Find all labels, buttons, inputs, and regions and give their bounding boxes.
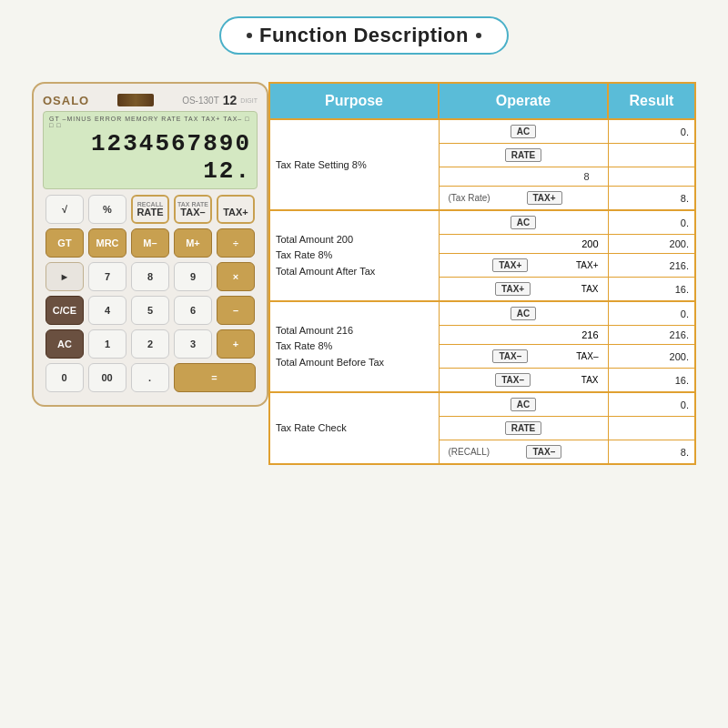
- btn-row-4: C/CE 4 5 6 –: [43, 296, 258, 325]
- result-cell: 0.: [608, 210, 695, 235]
- btn-00[interactable]: 00: [88, 363, 126, 392]
- right-dot-icon: [476, 33, 481, 38]
- operate-cell: 8: [439, 167, 608, 187]
- equals-button[interactable]: =: [174, 363, 256, 392]
- btn-row-1: √ % RECALL RATE TAX RATE TAX–: [43, 195, 258, 224]
- gt-button[interactable]: GT: [46, 228, 84, 258]
- col-operate: Operate: [439, 83, 608, 119]
- operate-cell: 200: [439, 235, 608, 254]
- operate-cell: TAX–TAX: [439, 369, 608, 393]
- op-btn-ac: AC: [511, 125, 536, 138]
- op-btn-ac3: AC: [511, 307, 536, 320]
- btn-row-2: GT MRC M– M+ ÷: [43, 228, 258, 258]
- col-result: Result: [608, 83, 695, 119]
- rate-button[interactable]: RECALL RATE: [131, 195, 169, 224]
- operate-cell: AC: [439, 210, 608, 235]
- op-btn-ac2: AC: [511, 216, 536, 229]
- op-btn-ac4: AC: [511, 398, 536, 411]
- op-btn-taxminus2: TAX–: [495, 373, 531, 387]
- operate-cell: AC: [439, 392, 608, 417]
- btn-1[interactable]: 1: [88, 329, 126, 359]
- table-row: Tax Rate Check AC 0.: [269, 392, 695, 417]
- ac-button[interactable]: AC: [46, 329, 84, 359]
- btn-row-6: 0 00 . =: [43, 363, 258, 392]
- operate-cell: RATE: [439, 144, 608, 167]
- mrc-button[interactable]: MRC: [88, 228, 126, 258]
- op-btn-taxminus1: TAX–: [492, 349, 528, 363]
- result-cell: 16.: [608, 369, 695, 393]
- op-btn-taxplus3: TAX+: [495, 282, 531, 296]
- purpose-tax-check: Tax Rate Check: [269, 392, 439, 464]
- table-row: Total Amount 200Tax Rate 8%Total Amount …: [269, 210, 695, 235]
- btn-2[interactable]: 2: [131, 329, 169, 359]
- op-btn-rate: RATE: [505, 148, 541, 162]
- operate-cell: TAX–TAX–: [439, 345, 608, 369]
- percent-button[interactable]: %: [88, 195, 126, 224]
- calculator: OSALO OS-130T 12 DIGIT GT –MINUS ERROR M…: [32, 82, 268, 407]
- purpose-tax-rate: Tax Rate Setting 8%: [269, 119, 439, 210]
- result-cell: 216.: [608, 254, 695, 278]
- result-cell: 0.: [608, 119, 695, 144]
- operate-cell: (Tax Rate)TAX+: [439, 187, 608, 211]
- operate-cell: TAX+TAX: [439, 278, 608, 302]
- title-section: Function Description: [219, 16, 509, 55]
- operate-cell: AC: [439, 119, 608, 144]
- btn-4[interactable]: 4: [88, 296, 126, 325]
- btn-6[interactable]: 6: [174, 296, 212, 325]
- result-cell: 8.: [608, 187, 695, 211]
- op-btn-taxminus3: TAX–: [526, 445, 561, 459]
- btn-row-3: ► 7 8 9 ×: [43, 262, 258, 291]
- btn-5[interactable]: 5: [131, 296, 169, 325]
- btn-row-5: AC 1 2 3 +: [43, 329, 258, 359]
- m-minus-button[interactable]: M–: [131, 228, 169, 258]
- function-table-wrapper: Purpose Operate Result Tax Rate Setting …: [268, 82, 696, 465]
- result-cell: [608, 167, 695, 187]
- result-cell: 200.: [608, 345, 695, 369]
- op-btn-taxplus: TAX+: [527, 191, 562, 205]
- divide-button[interactable]: ÷: [217, 228, 255, 258]
- calc-header: OSALO OS-130T 12 DIGIT: [43, 93, 258, 107]
- result-cell: 16.: [608, 278, 695, 302]
- function-table: Purpose Operate Result Tax Rate Setting …: [268, 82, 696, 465]
- page-title: Function Description: [259, 24, 469, 47]
- cce-button[interactable]: C/CE: [46, 296, 84, 325]
- result-cell: 0.: [608, 392, 695, 417]
- arrow-button[interactable]: ►: [46, 262, 84, 291]
- tax-minus-button[interactable]: TAX RATE TAX–: [174, 195, 212, 224]
- operate-cell: AC: [439, 301, 608, 326]
- operate-cell: 216: [439, 326, 608, 345]
- btn-7[interactable]: 7: [88, 262, 126, 291]
- result-cell: 0.: [608, 301, 695, 326]
- add-button[interactable]: +: [217, 329, 255, 359]
- btn-0[interactable]: 0: [46, 363, 84, 392]
- result-cell: 8.: [608, 440, 695, 465]
- sqrt-button[interactable]: √: [46, 195, 84, 224]
- decimal-button[interactable]: .: [131, 363, 169, 392]
- calc-model: OS-130T 12 DIGIT: [182, 93, 258, 107]
- btn-8[interactable]: 8: [131, 262, 169, 291]
- tax-plus-button[interactable]: TAX+: [217, 195, 255, 224]
- calc-indicators: GT –MINUS ERROR MEMORY RATE TAX TAX+ TAX…: [49, 116, 251, 128]
- multiply-button[interactable]: ×: [217, 262, 255, 291]
- m-plus-button[interactable]: M+: [174, 228, 212, 258]
- calc-display-area: GT –MINUS ERROR MEMORY RATE TAX TAX+ TAX…: [43, 111, 258, 189]
- result-cell: 216.: [608, 326, 695, 345]
- btn-9[interactable]: 9: [174, 262, 212, 291]
- operate-cell: (RECALL)TAX–: [439, 440, 608, 465]
- purpose-total-200: Total Amount 200Tax Rate 8%Total Amount …: [269, 210, 439, 301]
- col-purpose: Purpose: [269, 83, 439, 119]
- table-row: Tax Rate Setting 8% AC 0.: [269, 119, 695, 144]
- calc-buttons: √ % RECALL RATE TAX RATE TAX–: [43, 195, 258, 392]
- operate-cell: TAX+TAX+: [439, 254, 608, 278]
- table-row: Total Amount 216Tax Rate 8%Total Amount …: [269, 301, 695, 326]
- btn-3[interactable]: 3: [174, 329, 212, 359]
- calc-solar-panel: [117, 94, 154, 106]
- left-dot-icon: [247, 33, 252, 38]
- calc-display: 1234567890 12.: [49, 130, 251, 185]
- operate-cell: RATE: [439, 417, 608, 440]
- subtract-button[interactable]: –: [217, 296, 255, 325]
- op-btn-rate2: RATE: [505, 421, 541, 435]
- result-cell: [608, 417, 695, 440]
- main-content: OSALO OS-130T 12 DIGIT GT –MINUS ERROR M…: [32, 82, 696, 465]
- op-btn-taxplus2: TAX+: [492, 258, 528, 272]
